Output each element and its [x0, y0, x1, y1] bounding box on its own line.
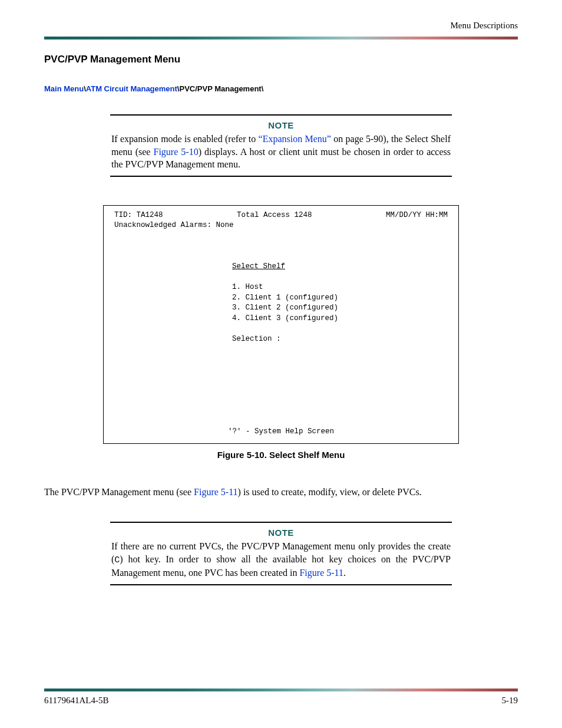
note-box-1: NOTE If expansion mode is enabled (refer…: [110, 114, 452, 177]
page-header: Menu Descriptions: [0, 0, 562, 31]
link-expansion-menu[interactable]: “Expansion Menu”: [259, 134, 331, 144]
note-body: If there are no current PVCs, the PVC/PV…: [110, 540, 452, 584]
breadcrumb-link-main-menu[interactable]: Main Menu: [44, 84, 84, 93]
link-figure-5-11-b[interactable]: Figure 5-11: [299, 568, 343, 578]
note-body: If expansion mode is enabled (refer to “…: [110, 133, 452, 176]
body-post: ) is used to create, modify, view, or de…: [238, 487, 422, 497]
terminal-option-3: 3. Client 2 (configured): [114, 303, 448, 314]
terminal-help: '?' - System Help Screen: [114, 427, 448, 437]
breadcrumb-current: PVC/PVP Management\: [179, 84, 263, 93]
note-title: NOTE: [110, 523, 452, 540]
body-paragraph: The PVC/PVP Management menu (see Figure …: [44, 486, 518, 499]
terminal-screen: TID: TA1248 Total Access 1248 MM/DD/YY H…: [103, 205, 459, 444]
figure-caption: Figure 5-10. Select Shelf Menu: [44, 450, 518, 460]
note2-mid: ) hot key. In order to show all the avai…: [111, 554, 451, 578]
footer-right: 5-19: [502, 696, 518, 706]
breadcrumb-link-atm-circuit[interactable]: ATM Circuit Management: [86, 84, 177, 93]
footer-divider-bar: [44, 689, 518, 691]
page-content: PVC/PVP Management Menu Main Menu\ATM Ci…: [0, 39, 562, 585]
link-figure-5-11[interactable]: Figure 5-11: [194, 487, 238, 497]
terminal-tid: TID: TA1248: [114, 210, 163, 221]
breadcrumb: Main Menu\ATM Circuit Management\PVC/PVP…: [44, 84, 518, 93]
note-box-2: NOTE If there are no current PVCs, the P…: [110, 522, 452, 585]
footer-left: 61179641AL4-5B: [44, 696, 108, 706]
link-figure-5-10[interactable]: Figure 5-10: [153, 147, 198, 157]
page-footer: 61179641AL4-5B 5-19: [44, 696, 518, 706]
terminal-alarms: Unacknowledged Alarms: None: [114, 220, 448, 231]
terminal-title: Total Access 1248: [237, 210, 312, 221]
terminal-datetime: MM/DD/YY HH:MM: [386, 210, 448, 221]
terminal-option-2: 2. Client 1 (configured): [114, 293, 448, 304]
terminal-selection: Selection :: [114, 334, 448, 345]
terminal-menu-title: Select Shelf: [232, 262, 285, 271]
terminal-header-row: TID: TA1248 Total Access 1248 MM/DD/YY H…: [114, 210, 448, 221]
note1-text-pre: If expansion mode is enabled (refer to: [111, 134, 259, 144]
header-right-text: Menu Descriptions: [450, 21, 518, 30]
note2-post: .: [343, 568, 346, 578]
terminal-option-1: 1. Host: [114, 282, 448, 293]
terminal-option-4: 4. Client 3 (configured): [114, 314, 448, 324]
terminal-menu-title-row: Select Shelf: [114, 262, 448, 272]
note-title: NOTE: [110, 116, 452, 133]
section-title: PVC/PVP Management Menu: [44, 54, 518, 65]
note2-mono: C: [114, 555, 120, 565]
body-pre: The PVC/PVP Management menu (see: [44, 487, 194, 497]
